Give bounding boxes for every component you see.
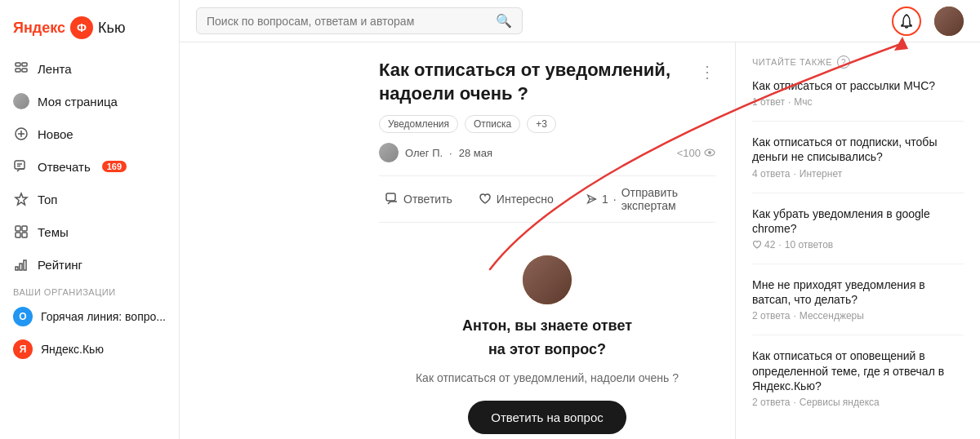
also-read-header: ЧИТАЙТЕ ТАКЖЕ ? xyxy=(752,55,964,69)
related-title-3[interactable]: Как убрать уведомления в google chrome? xyxy=(752,206,964,236)
logo: Яндекс Ф Кью xyxy=(0,10,179,52)
also-read-label: ЧИТАЙТЕ ТАКЖЕ xyxy=(752,57,832,67)
logo-circle: Ф xyxy=(70,16,93,39)
views-count: <100 xyxy=(677,147,715,159)
invite-title: Антон, вы знаете ответ xyxy=(462,317,632,335)
invite-section: Антон, вы знаете ответ на этот вопрос? К… xyxy=(379,239,715,439)
top-label: Топ xyxy=(38,193,57,206)
related-item-1: Как отписаться от рассылки МЧС? 1 ответ … xyxy=(752,78,964,122)
related-meta-5: 2 ответа · Сервисы яндекса xyxy=(752,397,964,408)
svg-rect-2 xyxy=(22,63,27,66)
logo-kyu: Кью xyxy=(98,20,125,37)
related-title-4[interactable]: Мне не приходят уведомления в ватсап, чт… xyxy=(752,277,964,307)
question-content: ⋮ Как отписаться от уведомлений, надоели… xyxy=(359,42,735,439)
sidebar-item-mypage[interactable]: Моя страница xyxy=(0,85,179,118)
svg-rect-11 xyxy=(22,226,27,231)
author-row: Олег П. · 28 мая <100 xyxy=(379,143,715,162)
sidebar-item-answer[interactable]: Отвечать 169 xyxy=(0,150,179,183)
tag-unsubscribe[interactable]: Отписка xyxy=(465,115,520,133)
top-icon xyxy=(13,191,29,207)
answer-button[interactable]: Ответить xyxy=(379,189,459,209)
invite-question-text: Как отписаться от уведомлений, надоели о… xyxy=(416,371,679,384)
svg-rect-7 xyxy=(15,161,24,169)
invite-avatar xyxy=(523,255,572,304)
answer-icon xyxy=(13,158,29,175)
main-content: ⋮ Как отписаться от уведомлений, надоели… xyxy=(359,42,980,439)
tag-notifications[interactable]: Уведомления xyxy=(379,115,458,133)
send-count: 1 xyxy=(602,193,608,206)
like-btn-label: Интересно xyxy=(497,193,554,206)
related-item-3: Как убрать уведомления в google chrome? … xyxy=(752,206,964,264)
related-title-1[interactable]: Как отписаться от рассылки МЧС? xyxy=(752,78,964,93)
sidebar-item-rating[interactable]: Рейтинг xyxy=(0,248,179,281)
sidebar-item-top[interactable]: Топ xyxy=(0,183,179,215)
question-date: 28 мая xyxy=(459,147,492,159)
svg-rect-0 xyxy=(16,63,20,66)
sidebar-item-themes[interactable]: Темы xyxy=(0,215,179,248)
search-box: 🔍 xyxy=(196,7,523,34)
org-label-hotline: Горячая линия: вопро... xyxy=(41,310,166,323)
feed-icon xyxy=(13,60,29,77)
sidebar: Яндекс Ф Кью Лента xyxy=(0,0,180,439)
tag-more[interactable]: +3 xyxy=(527,115,556,133)
svg-rect-15 xyxy=(20,264,22,270)
logo-yandex: Яндекс xyxy=(13,20,65,37)
org-item-yandex[interactable]: Я Яндекс.Кью xyxy=(0,333,179,366)
author-avatar xyxy=(379,143,399,162)
rating-icon xyxy=(13,256,29,273)
answer-question-button[interactable]: Ответить на вопрос xyxy=(468,401,626,434)
related-meta-1: 1 ответ · Мчс xyxy=(752,96,964,108)
search-icon: 🔍 xyxy=(496,13,512,29)
org-label-yandex: Яндекс.Кью xyxy=(41,343,104,356)
feed-label: Лента xyxy=(38,62,72,76)
related-meta-4: 2 ответа · Мессенджеры xyxy=(752,310,964,321)
separator: · xyxy=(449,147,452,159)
svg-rect-16 xyxy=(24,260,26,270)
search-input[interactable] xyxy=(207,15,489,28)
question-tags: Уведомления Отписка +3 xyxy=(379,115,715,133)
svg-point-18 xyxy=(708,151,711,154)
orgs-section-title: ВАШИ ОРГАНИЗАЦИИ xyxy=(0,281,179,300)
like-button[interactable]: Интересно xyxy=(472,189,560,209)
svg-rect-14 xyxy=(16,267,18,270)
header: 🔍 xyxy=(180,0,980,42)
svg-rect-19 xyxy=(386,193,395,201)
question-actions: Ответить Интересно 1 · Отправить xyxy=(379,175,715,223)
org-item-hotline[interactable]: O Горячая линия: вопро... xyxy=(0,300,179,333)
related-item-4: Мне не приходят уведомления в ватсап, чт… xyxy=(752,277,964,335)
answer-label: Отвечать xyxy=(38,160,91,174)
themes-label: Темы xyxy=(38,225,69,239)
user-avatar[interactable] xyxy=(934,7,964,36)
related-item-2: Как отписаться от подписки, чтобы деньги… xyxy=(752,135,964,193)
invite-subtitle: на этот вопрос? xyxy=(488,341,606,358)
mypage-label: Моя страница xyxy=(38,95,118,109)
related-meta-2: 4 ответа · Интернет xyxy=(752,168,964,180)
svg-rect-10 xyxy=(16,226,20,231)
question-title: Как отписаться от уведомлений, надоели о… xyxy=(379,59,715,105)
notification-bell[interactable] xyxy=(892,7,921,36)
svg-rect-13 xyxy=(22,233,27,237)
send-label: Отправить экспертам xyxy=(621,186,715,212)
org-icon-hotline: O xyxy=(13,307,33,326)
right-sidebar: ЧИТАЙТЕ ТАКЖЕ ? Как отписаться от рассыл… xyxy=(735,42,980,439)
related-title-2[interactable]: Как отписаться от подписки, чтобы деньги… xyxy=(752,135,964,164)
new-label: Новое xyxy=(38,127,74,141)
svg-rect-12 xyxy=(16,233,20,237)
svg-rect-3 xyxy=(22,69,27,72)
send-experts-button[interactable]: 1 · Отправить экспертам xyxy=(586,186,715,212)
sidebar-item-feed[interactable]: Лента xyxy=(0,52,179,85)
answer-btn-label: Ответить xyxy=(403,193,452,206)
themes-icon xyxy=(13,224,29,240)
related-title-5[interactable]: Как отписаться от оповещений в определен… xyxy=(752,348,964,393)
related-meta-3: 42 · 10 ответов xyxy=(752,239,964,251)
related-item-5: Как отписаться от оповещений в определен… xyxy=(752,348,964,421)
author-name[interactable]: Олег П. xyxy=(405,147,443,159)
help-icon[interactable]: ? xyxy=(837,55,850,69)
new-icon xyxy=(13,126,29,142)
answer-badge: 169 xyxy=(102,161,127,172)
svg-rect-1 xyxy=(16,69,20,72)
mypage-icon xyxy=(13,93,29,109)
sidebar-item-new[interactable]: Новое xyxy=(0,118,179,150)
more-options-button[interactable]: ⋮ xyxy=(699,62,715,82)
rating-label: Рейтинг xyxy=(38,258,82,272)
